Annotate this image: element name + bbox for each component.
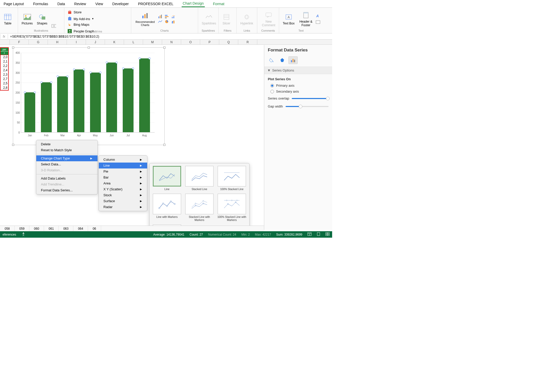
line-type-label: Line — [164, 188, 170, 191]
submenu-arrow-icon: ▶ — [140, 200, 142, 202]
tab-page-layout[interactable]: Page Layout — [3, 1, 25, 7]
chart-type-item[interactable]: X Y (Scatter)▶ — [99, 186, 147, 192]
chart-plot-area[interactable]: JanFebMarAprMayJunJulAug — [21, 53, 155, 132]
col-N[interactable]: N — [162, 40, 181, 44]
chart-type-item[interactable]: Bar▶ — [99, 174, 147, 180]
secondary-axis-radio[interactable]: Secondary axis — [268, 88, 329, 94]
format-tab-series[interactable] — [288, 56, 298, 64]
tab-data[interactable]: Data — [56, 1, 66, 7]
illustrations-group-label: Illustrations — [20, 29, 62, 33]
chart-hbar-icon[interactable] — [165, 14, 169, 19]
screenshot-button[interactable] — [50, 23, 58, 29]
accessibility-icon[interactable] — [21, 232, 25, 237]
chart-bar[interactable] — [57, 76, 68, 132]
col-P[interactable]: P — [200, 40, 219, 44]
tab-format[interactable]: Format — [212, 1, 225, 7]
wordart-icon[interactable]: A — [316, 14, 320, 18]
chart-bar[interactable] — [24, 92, 35, 132]
chart-bar[interactable] — [106, 63, 117, 132]
view-normal-icon[interactable] — [307, 232, 312, 237]
series-overlap-slider[interactable] — [292, 98, 329, 99]
tab-professor-excel[interactable]: PROFESSOR EXCEL — [137, 1, 174, 7]
y-tick: 100 — [15, 111, 20, 114]
series-options-header[interactable]: ▼Series Options — [264, 67, 332, 74]
menu-item[interactable]: Delete — [36, 141, 98, 147]
tab-formulas[interactable]: Formulas — [32, 1, 49, 7]
chart-type-item[interactable]: Radar▶ — [99, 204, 147, 210]
chart-combo-icon[interactable] — [171, 14, 176, 19]
chart-bar[interactable] — [90, 73, 101, 132]
header-footer-button[interactable]: Header & Footer — [297, 11, 315, 28]
col-O[interactable]: O — [181, 40, 200, 44]
chart-type-item[interactable]: Stock▶ — [99, 192, 147, 198]
shapes-button[interactable]: Shapes — [35, 12, 49, 26]
format-tab-fill[interactable] — [267, 56, 276, 64]
tab-review[interactable]: Review — [73, 1, 87, 7]
chart-bar[interactable] — [41, 82, 52, 132]
my-addins-button[interactable]: My Add-ins▼ — [66, 16, 129, 22]
col-I[interactable]: I — [67, 40, 86, 44]
chart-type-item[interactable]: Area▶ — [99, 180, 147, 186]
recommended-charts-button[interactable]: Recommended Charts — [133, 11, 157, 27]
svg-rect-17 — [144, 14, 146, 18]
col-K[interactable]: K — [105, 40, 124, 44]
chart-pie-icon[interactable] — [165, 19, 169, 24]
chart-type-item[interactable]: Line▶ — [99, 163, 147, 168]
chart-bar[interactable] — [74, 69, 84, 132]
pictures-button[interactable]: Pictures — [20, 12, 34, 26]
menu-item[interactable]: Select Data... — [36, 161, 98, 167]
gap-width-slider[interactable] — [286, 106, 329, 107]
menu-item[interactable]: Reset to Match Style — [36, 147, 98, 153]
store-button[interactable]: Store — [66, 9, 129, 15]
pictures-icon — [23, 13, 31, 21]
menu-item[interactable]: Add Data Labels — [36, 175, 98, 181]
chart-line-icon[interactable] — [158, 19, 163, 24]
line-type-option[interactable]: Line with Markers — [152, 194, 182, 221]
format-tab-effects[interactable] — [278, 56, 287, 64]
table-button[interactable]: Table — [2, 12, 13, 26]
bing-maps-button[interactable]: Bing Maps — [66, 22, 129, 27]
line-type-option[interactable]: 100% Stacked Line — [217, 166, 247, 191]
line-type-option[interactable]: Stacked Line — [184, 166, 214, 191]
line-type-option[interactable]: Stacked Line with Markers — [184, 194, 214, 221]
tab-view[interactable]: View — [94, 1, 104, 7]
view-page-icon[interactable] — [317, 232, 320, 237]
chart-bar[interactable] — [139, 58, 150, 132]
col-L[interactable]: L — [124, 40, 143, 44]
menu-item[interactable]: Change Chart Type▶ — [36, 155, 98, 161]
col-R[interactable]: R — [238, 40, 257, 44]
svg-point-53 — [226, 200, 227, 201]
chart-type-item[interactable]: Surface▶ — [99, 198, 147, 204]
col-J[interactable]: J — [86, 40, 105, 44]
chart[interactable]: 050100150200250300350400 JanFebMarAprMay… — [13, 47, 165, 145]
sheet-tab[interactable]: 058 — [0, 226, 15, 231]
chart-3d-icon[interactable] — [171, 19, 176, 24]
col-H[interactable]: H — [48, 40, 67, 44]
signature-icon[interactable] — [316, 20, 320, 24]
col-G[interactable]: G — [29, 40, 48, 44]
chart-bar-icon[interactable] — [158, 14, 163, 19]
chart-bar[interactable] — [123, 68, 134, 132]
col-Q[interactable]: Q — [219, 40, 238, 44]
chart-type-item[interactable]: Pie▶ — [99, 168, 147, 174]
text-box-button[interactable]: AText Box — [281, 12, 296, 26]
sheet-tab[interactable]: 061 — [44, 226, 59, 231]
sheet-tab[interactable]: 06 — [88, 226, 101, 231]
view-break-icon[interactable] — [325, 232, 330, 237]
formula-input[interactable]: =SERIES('073'!$E$2;'073'!$B$3:$B$10;'073… — [8, 34, 99, 38]
selected-data-range[interactable]: per r 2,0 2,1 2,2 2,4 2,3 2,7 2,5 2,8 — [0, 47, 9, 91]
col-M[interactable]: M — [143, 40, 162, 44]
header-footer-icon — [302, 11, 310, 19]
sheet-tab[interactable]: 059 — [15, 226, 29, 231]
col-F[interactable]: F — [10, 40, 29, 44]
line-type-option[interactable]: Line — [152, 166, 182, 191]
sheet-tab[interactable]: 060 — [29, 226, 44, 231]
chart-type-item[interactable]: Column▶ — [99, 157, 147, 163]
sheet-tab[interactable]: 064 — [73, 226, 88, 231]
sheet-tab[interactable]: 063 — [59, 226, 73, 231]
line-type-option[interactable]: 100% Stacked Line with Markers — [217, 194, 247, 221]
tab-chart-design[interactable]: Chart Design — [182, 0, 205, 7]
tab-developer[interactable]: Developer — [111, 1, 130, 7]
primary-axis-radio[interactable]: Primary axis — [268, 83, 329, 88]
menu-item[interactable]: Format Data Series... — [36, 187, 98, 193]
